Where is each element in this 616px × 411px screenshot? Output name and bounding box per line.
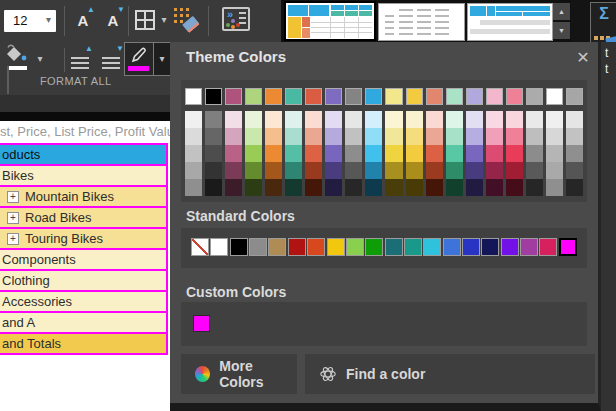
theme-shade-swatch[interactable]: [506, 162, 523, 179]
table-row[interactable]: oducts: [0, 145, 166, 166]
theme-shade-swatch[interactable]: [365, 179, 382, 196]
standard-color-swatch[interactable]: [559, 238, 577, 256]
theme-color-swatch[interactable]: [486, 88, 503, 105]
theme-color-swatch[interactable]: [185, 88, 202, 105]
theme-shade-swatch[interactable]: [546, 179, 563, 196]
theme-shade-swatch[interactable]: [285, 162, 302, 179]
borders-grid-icon[interactable]: [135, 10, 155, 30]
theme-shade-swatch[interactable]: [325, 128, 342, 145]
theme-shade-swatch[interactable]: [566, 111, 583, 128]
theme-color-swatch[interactable]: [506, 88, 523, 105]
expand-icon[interactable]: +: [7, 212, 19, 224]
standard-color-swatch[interactable]: [539, 238, 557, 256]
standard-color-swatch[interactable]: [385, 238, 403, 256]
theme-shade-swatch[interactable]: [385, 179, 402, 196]
table-row[interactable]: Components: [0, 250, 166, 271]
theme-shade-swatch[interactable]: [205, 111, 222, 128]
theme-shade-swatch[interactable]: [406, 179, 423, 196]
theme-shade-swatch[interactable]: [325, 162, 342, 179]
theme-shade-swatch[interactable]: [205, 128, 222, 145]
theme-shade-swatch[interactable]: [426, 162, 443, 179]
theme-shade-swatch[interactable]: [406, 111, 423, 128]
standard-color-swatch[interactable]: [268, 238, 286, 256]
style-presets-icon[interactable]: »: [222, 7, 250, 31]
theme-shade-swatch[interactable]: [245, 145, 262, 162]
clear-borders-eraser-icon[interactable]: [173, 7, 197, 31]
theme-shade-swatch[interactable]: [265, 179, 282, 196]
theme-shade-swatch[interactable]: [466, 179, 483, 196]
standard-color-swatch[interactable]: [404, 238, 422, 256]
theme-color-swatch[interactable]: [566, 88, 583, 105]
theme-shade-swatch[interactable]: [546, 145, 563, 162]
theme-shade-swatch[interactable]: [446, 162, 463, 179]
theme-shade-swatch[interactable]: [345, 111, 362, 128]
theme-shade-swatch[interactable]: [285, 111, 302, 128]
theme-shade-swatch[interactable]: [406, 162, 423, 179]
standard-color-swatch[interactable]: [230, 238, 248, 256]
table-row[interactable]: Bikes: [0, 166, 166, 187]
theme-color-swatch[interactable]: [325, 88, 342, 105]
theme-shade-swatch[interactable]: [526, 128, 543, 145]
theme-shade-swatch[interactable]: [466, 111, 483, 128]
standard-color-swatch[interactable]: [307, 238, 325, 256]
close-button[interactable]: ✕: [570, 46, 596, 70]
theme-shade-swatch[interactable]: [506, 145, 523, 162]
theme-shade-swatch[interactable]: [406, 128, 423, 145]
table-row[interactable]: Clothing: [0, 271, 166, 292]
theme-shade-swatch[interactable]: [345, 162, 362, 179]
theme-shade-swatch[interactable]: [385, 162, 402, 179]
theme-shade-swatch[interactable]: [225, 111, 242, 128]
theme-shade-swatch[interactable]: [245, 128, 262, 145]
theme-shade-swatch[interactable]: [325, 179, 342, 196]
theme-shade-swatch[interactable]: [265, 111, 282, 128]
theme-shade-swatch[interactable]: [305, 128, 322, 145]
decrease-row-height-button[interactable]: ▼: [99, 45, 125, 73]
theme-shade-swatch[interactable]: [305, 179, 322, 196]
theme-shade-swatch[interactable]: [385, 111, 402, 128]
find-a-color-button[interactable]: Find a color: [305, 354, 595, 394]
no-fill-swatch[interactable]: [191, 238, 209, 256]
theme-shade-swatch[interactable]: [205, 179, 222, 196]
theme-shade-swatch[interactable]: [506, 128, 523, 145]
theme-shade-swatch[interactable]: [526, 179, 543, 196]
theme-shade-swatch[interactable]: [486, 145, 503, 162]
theme-shade-swatch[interactable]: [365, 111, 382, 128]
theme-shade-swatch[interactable]: [446, 128, 463, 145]
theme-shade-swatch[interactable]: [486, 162, 503, 179]
theme-color-swatch[interactable]: [205, 88, 222, 105]
theme-shade-swatch[interactable]: [426, 179, 443, 196]
theme-color-swatch[interactable]: [285, 88, 302, 105]
theme-shade-swatch[interactable]: [566, 179, 583, 196]
theme-shade-swatch[interactable]: [285, 179, 302, 196]
theme-color-swatch[interactable]: [526, 88, 543, 105]
theme-shade-swatch[interactable]: [446, 179, 463, 196]
theme-shade-swatch[interactable]: [466, 145, 483, 162]
theme-color-swatch[interactable]: [305, 88, 322, 105]
totals-sigma-button[interactable]: Σ: [590, 2, 616, 44]
standard-color-swatch[interactable]: [249, 238, 267, 256]
theme-color-swatch[interactable]: [385, 88, 402, 105]
table-row[interactable]: Accessories: [0, 292, 166, 313]
theme-shade-swatch[interactable]: [305, 162, 322, 179]
pen-color-button[interactable]: [125, 43, 153, 75]
theme-shade-swatch[interactable]: [185, 179, 202, 196]
theme-color-swatch[interactable]: [345, 88, 362, 105]
theme-shade-swatch[interactable]: [486, 128, 503, 145]
theme-shade-swatch[interactable]: [486, 179, 503, 196]
table-row[interactable]: and A: [0, 313, 166, 334]
theme-color-swatch[interactable]: [365, 88, 382, 105]
table-style-preview-3[interactable]: [467, 3, 553, 41]
theme-shade-swatch[interactable]: [385, 145, 402, 162]
theme-shade-swatch[interactable]: [305, 145, 322, 162]
theme-shade-swatch[interactable]: [365, 128, 382, 145]
theme-color-swatch[interactable]: [265, 88, 282, 105]
theme-shade-swatch[interactable]: [285, 128, 302, 145]
theme-shade-swatch[interactable]: [245, 111, 262, 128]
theme-shade-swatch[interactable]: [265, 162, 282, 179]
theme-color-swatch[interactable]: [245, 88, 262, 105]
theme-shade-swatch[interactable]: [285, 145, 302, 162]
theme-shade-swatch[interactable]: [506, 179, 523, 196]
theme-shade-swatch[interactable]: [305, 111, 322, 128]
theme-shade-swatch[interactable]: [225, 179, 242, 196]
decrease-font-size-button[interactable]: A ▼: [100, 8, 126, 34]
